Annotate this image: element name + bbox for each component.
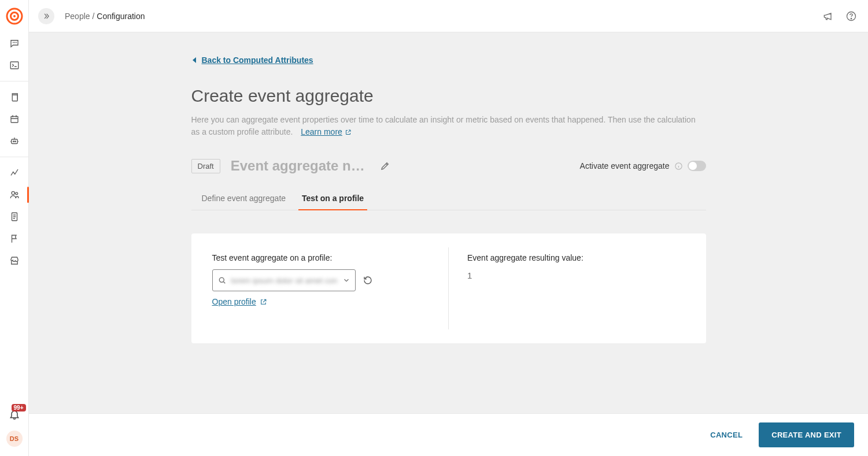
svg-rect-6 — [10, 62, 19, 69]
profile-search-input[interactable] — [231, 276, 338, 285]
help-icon[interactable] — [844, 9, 859, 24]
notifications-button[interactable]: 99+ — [9, 409, 20, 420]
chevron-left-icon — [191, 57, 197, 64]
footer-bar: CANCEL CREATE AND EXIT — [29, 413, 868, 456]
test-card: Test event aggregate on a profile: Open … — [191, 233, 706, 343]
breadcrumb-current: Configuration — [97, 12, 145, 21]
nav-store-icon[interactable] — [0, 250, 29, 272]
breadcrumb-parent[interactable]: People — [65, 12, 90, 21]
profile-search[interactable] — [212, 269, 356, 291]
announce-icon[interactable] — [821, 9, 836, 24]
svg-rect-8 — [11, 117, 18, 123]
nav-analytics-icon[interactable] — [0, 162, 29, 184]
svg-point-18 — [219, 277, 224, 282]
nav-chat-icon[interactable] — [0, 32, 29, 54]
search-icon — [217, 276, 227, 285]
svg-point-13 — [15, 192, 17, 195]
brand-logo[interactable] — [0, 0, 28, 32]
tab-define[interactable]: Define event aggregate — [202, 188, 286, 210]
svg-point-3 — [13, 42, 13, 43]
sidebar-toggle-button[interactable] — [38, 8, 54, 24]
learn-more-link[interactable]: Learn more — [301, 126, 352, 138]
external-link-icon — [260, 298, 267, 306]
activate-toggle[interactable] — [688, 161, 706, 171]
tab-test[interactable]: Test on a profile — [302, 188, 364, 210]
nav-copy-icon[interactable] — [0, 86, 29, 108]
refresh-icon — [363, 275, 373, 286]
test-input-label: Test event aggregate on a profile: — [212, 253, 430, 262]
pencil-icon — [380, 161, 390, 171]
svg-point-10 — [13, 141, 14, 142]
svg-point-16 — [851, 18, 851, 18]
result-value: 1 — [467, 270, 685, 280]
tabs: Define event aggregate Test on a profile — [191, 188, 706, 210]
result-label: Event aggregate resulting value: — [467, 253, 685, 262]
nav-flag-icon[interactable] — [0, 228, 29, 250]
topbar: People / Configuration — [29, 0, 868, 32]
avatar[interactable]: DS — [6, 431, 23, 447]
edit-name-button[interactable] — [380, 161, 390, 171]
info-icon[interactable] — [674, 162, 683, 170]
notification-badge: 99+ — [12, 404, 26, 411]
external-link-icon — [345, 129, 352, 136]
breadcrumb: People / Configuration — [65, 12, 145, 21]
open-profile-link[interactable]: Open profile — [212, 297, 267, 306]
back-link[interactable]: Back to Computed Attributes — [191, 55, 313, 65]
cancel-button[interactable]: CANCEL — [710, 431, 743, 439]
refresh-button[interactable] — [363, 275, 373, 286]
svg-rect-7 — [12, 95, 17, 101]
chevron-down-icon — [342, 276, 350, 284]
page-description: Here you can aggregate event properties … — [191, 114, 700, 138]
nav-people-icon[interactable] — [0, 184, 29, 206]
main-area: Back to Computed Attributes Create event… — [29, 32, 868, 413]
svg-point-5 — [16, 42, 16, 43]
aggregate-name: Event aggregate na... — [231, 158, 370, 174]
sidebar: 99+ DS — [0, 0, 29, 456]
page-title: Create event aggregate — [191, 86, 706, 106]
create-and-exit-button[interactable]: CREATE AND EXIT — [759, 422, 854, 447]
svg-point-2 — [13, 15, 16, 17]
svg-rect-9 — [11, 139, 17, 144]
status-badge: Draft — [191, 159, 220, 173]
svg-point-4 — [14, 42, 15, 43]
chevron-right-double-icon — [42, 12, 50, 20]
nav-document-icon[interactable] — [0, 206, 29, 228]
nav-bot-icon[interactable] — [0, 130, 29, 152]
svg-point-11 — [14, 141, 16, 142]
activate-label: Activate event aggregate — [580, 161, 670, 170]
svg-point-12 — [12, 191, 14, 194]
nav-calendar-icon[interactable] — [0, 108, 29, 130]
nav-terminal-icon[interactable] — [0, 54, 29, 76]
